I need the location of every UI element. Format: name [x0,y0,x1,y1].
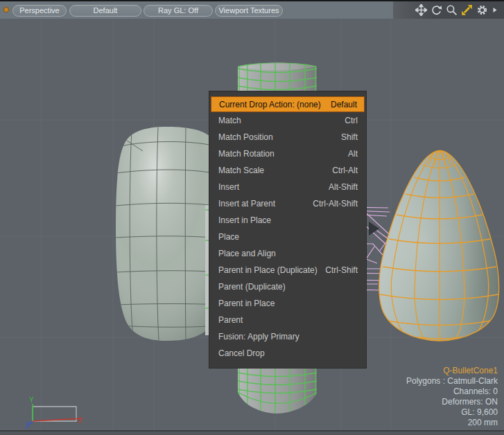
hud-gl-count: GL: 9,600 [406,407,498,418]
y-axis-label: Y [29,396,34,404]
z-axis-label: Z [25,422,29,429]
ray-gl-button[interactable]: Ray GL: Off [144,5,213,17]
hud-channels: Channels: 0 [406,387,498,397]
shading-default-button[interactable]: Default [69,5,141,17]
menu-item-place[interactable]: Place [209,229,366,245]
bullet-cone-object[interactable] [379,150,499,341]
viewport-state-dot[interactable] [3,7,9,12]
axis-widget: Y X Z [25,396,82,429]
hud-deformers: Deformers: ON [406,397,498,407]
perspective-button[interactable]: Perspective [12,5,67,17]
menu-item-current-drop-action[interactable]: Current Drop Action: (none) Default [211,96,365,112]
viewport-bottom-edge [0,430,504,435]
drop-action-context-menu: Current Drop Action: (none) Default Matc… [209,91,367,369]
menu-item-insert-at-parent[interactable]: Insert at Parent Ctrl-Alt-Shift [209,195,366,212]
menu-item-place-and-align[interactable]: Place and Align [209,245,366,262]
menu-item-shortcut: Default [331,100,357,109]
fit-maximize-icon[interactable] [461,4,473,16]
x-axis-label: X [78,417,82,425]
menu-item-label: Current Drop Action: (none) [219,100,321,109]
menu-item-insert[interactable]: Insert Alt-Shift [209,179,366,195]
menu-item-parent-duplicate[interactable]: Parent (Duplicate) [209,278,366,295]
menu-item-match-position[interactable]: Match Position Shift [209,129,366,145]
rounded-cube-object[interactable] [116,127,220,341]
viewport-textures-button[interactable]: Viewport Textures [215,5,283,17]
modo-3d-viewport: Y X Z Perspective Default Ray GL: Off Vi… [0,0,504,435]
selected-item-name: Q-BulletCone1 [406,366,498,376]
hud-polygons: Polygons : Catmull-Clark [406,376,498,387]
menu-item-cancel-drop[interactable]: Cancel Drop [209,345,366,362]
settings-gear-icon[interactable] [476,4,488,16]
menu-item-parent-in-place[interactable]: Parent in Place [209,295,366,312]
item-info-hud: Q-BulletCone1 Polygons : Catmull-Clark C… [406,366,498,428]
menu-item-match[interactable]: Match Ctrl [209,112,366,129]
zoom-magnifier-icon[interactable] [446,4,458,16]
viewport-controls [393,1,504,19]
menu-item-parent[interactable]: Parent [209,312,366,328]
menu-item-parent-in-place-duplicate[interactable]: Parent in Place (Duplicate) Ctrl-Shift [209,262,366,278]
pan-icon[interactable] [415,4,427,16]
menu-item-match-scale[interactable]: Match Scale Ctrl-Alt [209,162,366,179]
orbit-rotate-icon[interactable] [431,4,442,16]
hud-grid-size: 200 mm [406,418,498,428]
menu-item-fusion-apply-primary[interactable]: Fusion: Apply Primary [209,328,366,345]
menu-item-insert-in-place[interactable]: Insert in Place [209,212,366,229]
more-options-arrow-icon[interactable] [492,4,498,16]
menu-item-match-rotation[interactable]: Match Rotation Alt [209,145,366,162]
